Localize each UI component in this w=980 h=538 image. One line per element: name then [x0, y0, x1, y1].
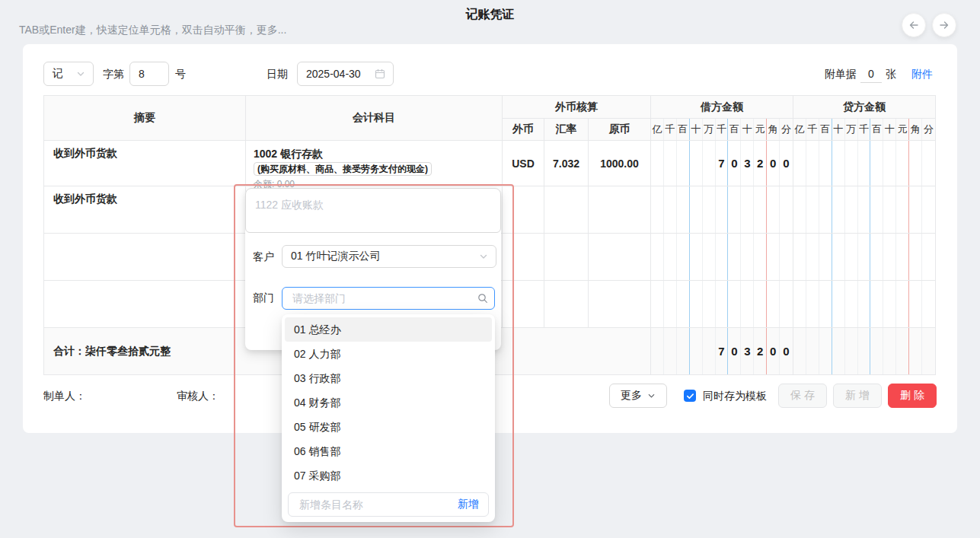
- digit-cell: [728, 234, 741, 280]
- attachment-count-input[interactable]: [860, 65, 882, 83]
- digit-cell: [832, 186, 845, 233]
- row2-debit-amount-cell[interactable]: [651, 186, 793, 234]
- digit-cell: 万: [845, 119, 858, 140]
- digit-cell: [806, 141, 819, 186]
- digit-cell: 0: [780, 141, 793, 186]
- more-button-label: 更多: [621, 389, 642, 403]
- digit-cell: [793, 186, 806, 233]
- digit-cell: [909, 186, 922, 233]
- row2-rate-cell[interactable]: [544, 186, 589, 234]
- row3-rate-cell[interactable]: [544, 234, 589, 281]
- digit-cell: [909, 234, 922, 280]
- row3-debit-amount-cell[interactable]: [651, 234, 793, 281]
- add-button[interactable]: 新 增: [833, 384, 882, 408]
- row1-rate-cell[interactable]: 7.032: [544, 141, 589, 186]
- department-option[interactable]: 03 行政部: [285, 366, 492, 390]
- row1-account-tag: (购买原材料、商品、接受劳务支付的现金): [254, 162, 432, 176]
- row3-currency-cell[interactable]: [503, 234, 544, 281]
- row1-account-cell[interactable]: 1002 银行存款 (购买原材料、商品、接受劳务支付的现金) 余额: 0.00: [246, 141, 503, 186]
- header-debit: 借方金额: [651, 96, 793, 119]
- voucher-number-input[interactable]: [129, 62, 169, 86]
- digit-cell: [664, 141, 677, 186]
- more-button[interactable]: 更多: [609, 384, 667, 408]
- department-search-input[interactable]: [291, 291, 477, 305]
- digit-cell: [832, 328, 845, 374]
- digit-cell: 分: [922, 119, 935, 140]
- row1-summary-cell[interactable]: 收到外币货款: [44, 141, 246, 186]
- row2-original-cell[interactable]: [589, 186, 651, 234]
- digit-cell: [741, 186, 754, 233]
- digit-cell: [767, 281, 780, 327]
- department-option[interactable]: 05 研发部: [285, 415, 492, 439]
- next-voucher-button[interactable]: [932, 13, 956, 37]
- customer-label: 客户: [253, 245, 274, 268]
- row1-currency-cell[interactable]: USD: [503, 141, 544, 186]
- save-template-label[interactable]: 同时存为模板: [703, 384, 767, 408]
- department-option[interactable]: 06 销售部: [285, 439, 492, 463]
- row2-credit-amount-cell[interactable]: [793, 186, 936, 234]
- delete-button[interactable]: 删 除: [888, 384, 937, 408]
- digit-cell: [922, 186, 935, 233]
- digit-cell: [845, 186, 858, 233]
- reviewer-label: 审核人：: [177, 384, 219, 408]
- department-option[interactable]: 07 采购部: [285, 463, 492, 488]
- row4-original-cell[interactable]: [589, 281, 651, 328]
- voucher-word-select[interactable]: 记: [43, 62, 94, 86]
- attachment-link[interactable]: 附件: [911, 62, 933, 86]
- row2-summary-cell[interactable]: 收到外币货款: [44, 186, 246, 234]
- row3-summary-cell[interactable]: [44, 234, 246, 281]
- digit-cell: [870, 186, 883, 233]
- add-entry-button[interactable]: 新增: [458, 498, 479, 511]
- digit-cell: 千: [664, 119, 677, 140]
- digit-cell: [896, 234, 909, 280]
- digit-cell: [741, 281, 754, 327]
- digit-cell: [922, 328, 935, 374]
- add-entry-input[interactable]: [298, 498, 452, 511]
- department-option[interactable]: 02 人力部: [285, 342, 492, 366]
- save-button[interactable]: 保 存: [778, 384, 827, 408]
- department-search-field[interactable]: [282, 287, 495, 310]
- digit-cell: [858, 328, 871, 374]
- date-picker[interactable]: 2025-04-30: [297, 62, 394, 86]
- digit-cell: 角: [909, 119, 922, 140]
- row1-original-cell[interactable]: 1000.00: [589, 141, 651, 186]
- digit-cell: [767, 234, 780, 280]
- prev-voucher-button[interactable]: [902, 13, 926, 37]
- digit-cell: 万: [703, 119, 716, 140]
- department-option[interactable]: 01 总经办: [285, 317, 492, 342]
- row1-credit-amount-cell[interactable]: [793, 141, 936, 186]
- row4-summary-cell[interactable]: [44, 281, 246, 328]
- row2-currency-cell[interactable]: [503, 186, 544, 234]
- row4-credit-amount-cell[interactable]: [793, 281, 936, 328]
- arrow-left-icon: [908, 19, 920, 31]
- department-option[interactable]: 04 财务部: [285, 390, 492, 415]
- customer-select[interactable]: 01 竹叶记演示公司: [282, 245, 496, 268]
- digit-cell: [845, 328, 858, 374]
- digit-cell: [664, 234, 677, 280]
- row3-original-cell[interactable]: [589, 234, 651, 281]
- digit-cell: [716, 234, 729, 280]
- add-entry-field[interactable]: 新增: [288, 492, 489, 517]
- digit-cell: [909, 281, 922, 327]
- digit-cell: [664, 281, 677, 327]
- calendar-icon: [375, 68, 385, 79]
- save-template-checkbox[interactable]: [684, 390, 696, 402]
- row4-debit-amount-cell[interactable]: [651, 281, 793, 328]
- account-search-input[interactable]: [245, 188, 501, 233]
- digit-cell: 十: [690, 119, 703, 140]
- digit-cell: [754, 281, 767, 327]
- row4-currency-cell[interactable]: [503, 281, 544, 328]
- digit-cell: [896, 281, 909, 327]
- digit-cell: [845, 281, 858, 327]
- digit-cell: [819, 281, 832, 327]
- row4-rate-cell[interactable]: [544, 281, 589, 328]
- row3-credit-amount-cell[interactable]: [793, 234, 936, 281]
- shortcut-hint: TAB或Enter建，快速定位单元格，双击自动平衡，更多...: [19, 24, 286, 37]
- header-original: 原币: [589, 119, 651, 141]
- digit-cell: [858, 141, 871, 186]
- row1-debit-amount-cell[interactable]: 703200: [651, 141, 793, 186]
- arrow-right-icon: [938, 19, 950, 31]
- digit-cell: 0: [767, 141, 780, 186]
- digit-cell: [651, 234, 664, 280]
- digit-cell: 元: [754, 119, 767, 140]
